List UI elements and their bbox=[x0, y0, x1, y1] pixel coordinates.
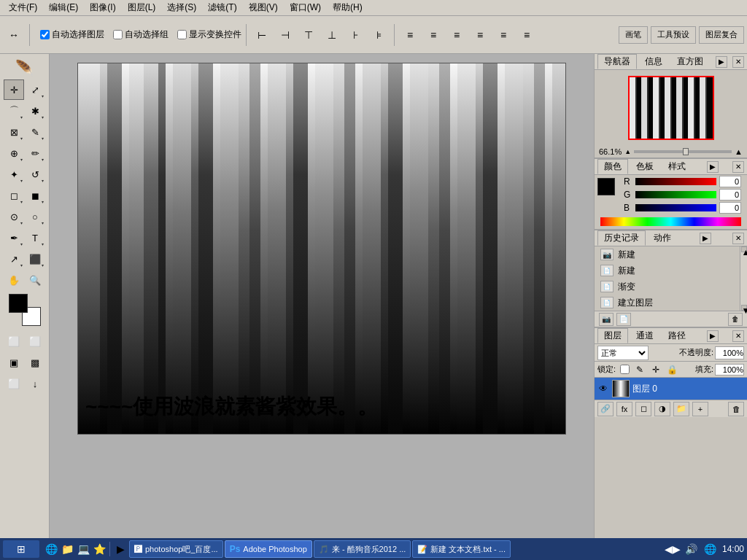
nav-zoom-slider[interactable] bbox=[634, 150, 732, 153]
menu-image[interactable]: 图像(I) bbox=[84, 0, 121, 15]
g-input[interactable] bbox=[719, 189, 741, 201]
arrange-btn[interactable]: ⬜ bbox=[4, 373, 24, 394]
history-close-btn[interactable]: ✕ bbox=[732, 233, 744, 244]
gradient-tool[interactable]: ◼▾ bbox=[25, 185, 45, 206]
info-tab[interactable]: 信息 bbox=[638, 54, 669, 69]
eraser-tool[interactable]: ◻▾ bbox=[4, 185, 24, 206]
auto-select-layer-checkbox[interactable] bbox=[40, 30, 50, 39]
align-bottom-btn[interactable]: ⊧ bbox=[368, 24, 390, 46]
layer-comp-btn[interactable]: 图层复合 bbox=[699, 26, 744, 44]
quick-mask-btn[interactable]: ⬜ bbox=[4, 331, 24, 351]
color-tab[interactable]: 颜色 bbox=[597, 159, 628, 174]
menu-filter[interactable]: 滤镜(T) bbox=[202, 0, 242, 15]
shape-tool[interactable]: ⬛▾ bbox=[25, 249, 45, 269]
delete-layer-btn[interactable]: 🗑 bbox=[728, 402, 744, 416]
history-scrollbar[interactable]: ▲ ▼ bbox=[740, 246, 747, 311]
taskbar-icon-app[interactable]: 💻 bbox=[76, 542, 90, 556]
taskbar-photoshop-baidu[interactable]: 🅿 photoshop吧_百度... bbox=[129, 540, 223, 558]
align-left-btn[interactable]: ⊢ bbox=[251, 24, 273, 46]
history-tab[interactable]: 历史记录 bbox=[597, 230, 646, 246]
delete-history-btn[interactable]: 🗑 bbox=[728, 313, 743, 326]
history-item-2[interactable]: 📄 渐变 bbox=[595, 279, 740, 295]
layers-close-btn[interactable]: ✕ bbox=[732, 330, 744, 342]
align-top-btn[interactable]: ⊥ bbox=[321, 24, 343, 46]
color-swatch[interactable] bbox=[9, 294, 41, 326]
actions-tab[interactable]: 动作 bbox=[647, 230, 678, 246]
b-slider[interactable] bbox=[635, 204, 716, 211]
color-swatch-panel[interactable] bbox=[597, 178, 615, 195]
brush-tool[interactable]: ✏▾ bbox=[25, 143, 45, 163]
view-mode-2[interactable]: ▩ bbox=[25, 352, 45, 373]
screen-mode-btn[interactable]: ⬜ bbox=[25, 331, 45, 351]
pen-tool[interactable]: ✒▾ bbox=[4, 228, 24, 248]
canvas[interactable]: ~~~~使用波浪就素酱紫效果。。 bbox=[77, 63, 566, 435]
scroll-down-btn[interactable]: ▼ bbox=[741, 305, 747, 311]
history-item-snapshot[interactable]: 📷 新建 bbox=[595, 246, 740, 262]
channels-tab[interactable]: 通道 bbox=[630, 328, 660, 343]
lock-move-btn[interactable]: ✛ bbox=[650, 364, 662, 376]
show-transform-label[interactable]: 显示变换控件 bbox=[177, 28, 241, 41]
foreground-color[interactable] bbox=[9, 294, 28, 313]
hand-tool[interactable]: ✋ bbox=[4, 270, 24, 290]
move-tool-btn[interactable]: ↔ bbox=[3, 24, 25, 46]
new-layer-btn[interactable]: + bbox=[692, 402, 708, 416]
distribute-3-btn[interactable]: ≡ bbox=[446, 24, 468, 46]
text-tool[interactable]: T▾ bbox=[25, 228, 45, 248]
lasso-tool[interactable]: ⌒▾ bbox=[4, 101, 24, 121]
create-snapshot-btn[interactable]: 📷 bbox=[599, 313, 614, 326]
histogram-tab[interactable]: 直方图 bbox=[670, 54, 710, 69]
taskbar-sound-icon[interactable]: 🔊 bbox=[684, 542, 699, 556]
navigator-tab[interactable]: 导航器 bbox=[597, 54, 637, 69]
link-layers-btn[interactable]: 🔗 bbox=[597, 402, 614, 416]
align-center-v-btn[interactable]: ⊦ bbox=[344, 24, 366, 46]
auto-select-group-checkbox[interactable] bbox=[113, 30, 123, 39]
history-item-3[interactable]: 📄 建立图层 bbox=[595, 295, 740, 311]
taskbar-adobe-photoshop[interactable]: Ps Adobe Photoshop bbox=[225, 540, 312, 558]
menu-help[interactable]: 帮助(H) bbox=[327, 0, 368, 15]
menu-window[interactable]: 窗口(W) bbox=[284, 0, 327, 15]
menu-layer[interactable]: 图层(L) bbox=[122, 0, 162, 15]
menu-view[interactable]: 视图(V) bbox=[243, 0, 284, 15]
swatches-tab[interactable]: 色板 bbox=[630, 159, 660, 174]
zoom-tool[interactable]: 🔍 bbox=[25, 270, 45, 290]
new-group-btn[interactable]: 📁 bbox=[673, 402, 689, 416]
auto-select-group-label[interactable]: 自动选择组 bbox=[113, 28, 169, 41]
paths-tab[interactable]: 路径 bbox=[662, 328, 692, 343]
layer-blend-mode[interactable]: 正常 bbox=[597, 346, 649, 360]
layer-eye-icon[interactable]: 👁 bbox=[597, 383, 609, 394]
history-brush-tool[interactable]: ↺▾ bbox=[25, 164, 45, 184]
start-button[interactable]: ⊞ bbox=[3, 540, 39, 558]
quick-select-tool[interactable]: ✱▾ bbox=[25, 101, 45, 121]
distribute-1-btn[interactable]: ≡ bbox=[399, 24, 421, 46]
brush-preset-btn[interactable]: 画笔 bbox=[619, 26, 648, 44]
taskbar-notepad[interactable]: 📝 新建 文本文档.txt - ... bbox=[412, 540, 511, 558]
stamp-tool[interactable]: ✦▾ bbox=[4, 164, 24, 184]
selection-tool[interactable]: ⤢▾ bbox=[25, 79, 45, 100]
dodge-tool[interactable]: ○▾ bbox=[25, 206, 45, 227]
lock-position-btn[interactable]: ✎ bbox=[634, 364, 646, 376]
layer-mask-btn[interactable]: ◻ bbox=[635, 402, 651, 416]
tool-preset-btn[interactable]: 工具预设 bbox=[651, 26, 696, 44]
lock-all-btn[interactable]: 🔒 bbox=[666, 364, 678, 376]
adjustment-layer-btn[interactable]: ◑ bbox=[654, 402, 670, 416]
taskbar-kugou[interactable]: 🎵 来 - 酷狗音乐2012 ... bbox=[314, 540, 411, 558]
opacity-input[interactable] bbox=[715, 346, 744, 359]
taskbar-icon-star[interactable]: ⭐ bbox=[92, 542, 107, 556]
scroll-up-btn[interactable]: ▲ bbox=[741, 246, 747, 252]
path-select-tool[interactable]: ↗▾ bbox=[4, 249, 24, 269]
lock-transparent-checkbox[interactable] bbox=[620, 365, 630, 374]
color-options-btn[interactable]: ▶ bbox=[707, 161, 719, 173]
spectrum-bar[interactable] bbox=[600, 217, 741, 226]
menu-edit[interactable]: 编辑(E) bbox=[43, 0, 84, 15]
g-slider[interactable] bbox=[635, 191, 716, 198]
navigator-options-btn[interactable]: ▶ bbox=[716, 56, 727, 68]
taskbar-tray-arrows[interactable]: ◀▶ bbox=[665, 542, 680, 556]
view-mode-1[interactable]: ▣ bbox=[4, 352, 24, 373]
history-item-1[interactable]: 📄 新建 bbox=[595, 262, 740, 279]
color-close-btn[interactable]: ✕ bbox=[732, 161, 744, 173]
r-slider[interactable] bbox=[635, 178, 716, 185]
navigator-close-btn[interactable]: ✕ bbox=[732, 56, 744, 68]
menu-select[interactable]: 选择(S) bbox=[161, 0, 202, 15]
align-center-h-btn[interactable]: ⊣ bbox=[274, 24, 296, 46]
nav-zoom-handle[interactable] bbox=[683, 148, 689, 155]
